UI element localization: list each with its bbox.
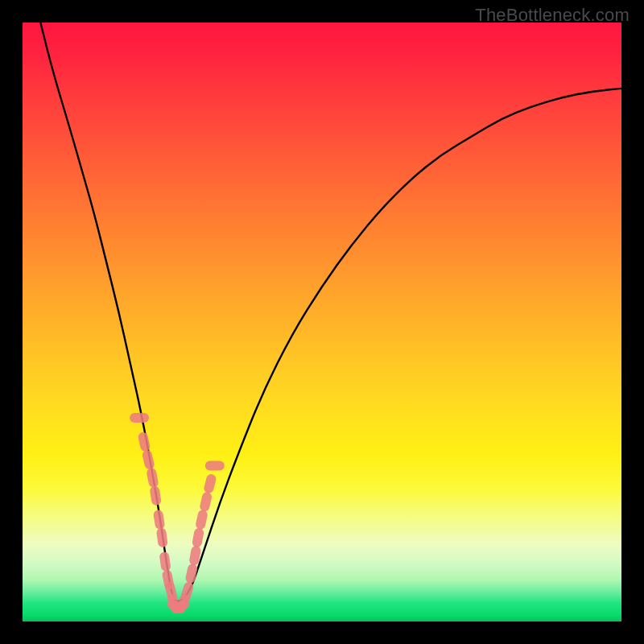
marker-pill <box>142 449 155 470</box>
marker-pill <box>138 431 151 452</box>
plot-area <box>23 23 621 621</box>
chart-frame: TheBottleneck.com <box>0 0 644 644</box>
marker-pill <box>159 551 171 572</box>
marker-pill <box>153 510 166 530</box>
marker-pill <box>192 527 204 548</box>
highlight-markers <box>130 413 225 615</box>
watermark-text: TheBottleneck.com <box>475 5 630 26</box>
marker-pill <box>180 581 194 602</box>
marker-pill <box>130 413 149 423</box>
marker-pill <box>184 563 198 584</box>
marker-pill <box>203 473 217 494</box>
bottleneck-curve <box>40 23 621 601</box>
marker-pill <box>199 491 213 512</box>
marker-pill <box>146 467 159 488</box>
marker-pill <box>149 485 162 506</box>
curve-layer <box>23 23 621 621</box>
marker-pill <box>156 527 168 547</box>
marker-pill <box>195 510 208 530</box>
marker-pill <box>205 461 225 471</box>
